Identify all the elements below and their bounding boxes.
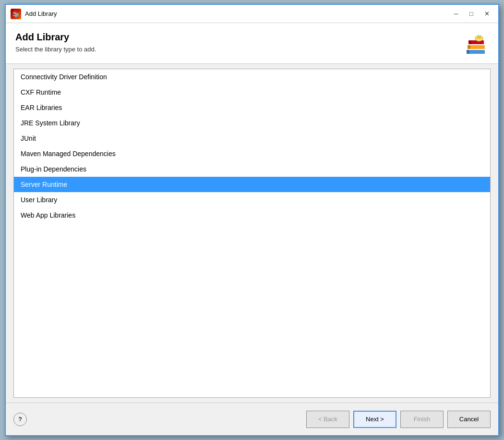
header-title: Add Library xyxy=(15,32,96,43)
header-subtitle: Select the library type to add. xyxy=(15,46,96,53)
dialog-icon: 📚 xyxy=(11,9,21,19)
title-bar-left: 📚 Add Library xyxy=(11,9,57,19)
svg-rect-3 xyxy=(468,45,470,49)
dialog-header: Add Library Select the library type to a… xyxy=(6,23,498,64)
list-item-cxf[interactable]: CXF Runtime xyxy=(14,85,490,100)
maximize-button[interactable]: □ xyxy=(465,8,478,20)
svg-rect-1 xyxy=(467,50,469,54)
close-button[interactable]: ✕ xyxy=(480,8,493,20)
svg-rect-7 xyxy=(477,37,481,38)
library-icon xyxy=(464,32,489,57)
list-item-jre[interactable]: JRE System Library xyxy=(14,115,490,131)
title-bar-controls: ─ □ ✕ xyxy=(449,8,493,20)
list-item-plugin[interactable]: Plug-in Dependencies xyxy=(14,161,490,177)
list-item-server[interactable]: Server Runtime xyxy=(14,177,490,192)
next-button[interactable]: Next > xyxy=(353,411,396,428)
finish-button[interactable]: Finish xyxy=(400,411,444,428)
help-button[interactable]: ? xyxy=(13,413,27,426)
cancel-button[interactable]: Cancel xyxy=(447,411,491,428)
dialog-body: Connectivity Driver DefinitionCXF Runtim… xyxy=(6,64,498,403)
list-item-connectivity[interactable]: Connectivity Driver Definition xyxy=(14,69,490,85)
add-library-dialog: 📚 Add Library ─ □ ✕ Add Library Select t… xyxy=(5,4,499,436)
footer-right: < Back Next > Finish Cancel xyxy=(306,411,491,428)
minimize-button[interactable]: ─ xyxy=(449,8,463,20)
books-icon xyxy=(465,33,488,56)
svg-rect-5 xyxy=(468,40,471,44)
footer-left: ? xyxy=(13,413,27,426)
title-bar: 📚 Add Library ─ □ ✕ xyxy=(6,5,498,23)
list-item-user[interactable]: User Library xyxy=(14,192,490,208)
library-type-list[interactable]: Connectivity Driver DefinitionCXF Runtim… xyxy=(13,69,491,398)
list-item-webapp[interactable]: Web App Libraries xyxy=(14,208,490,223)
dialog-footer: ? < Back Next > Finish Cancel xyxy=(6,403,498,435)
list-item-maven[interactable]: Maven Managed Dependencies xyxy=(14,146,490,161)
list-item-ear[interactable]: EAR Libraries xyxy=(14,100,490,115)
list-item-junit[interactable]: JUnit xyxy=(14,131,490,146)
dialog-title: Add Library xyxy=(25,10,57,17)
header-text: Add Library Select the library type to a… xyxy=(15,32,96,53)
back-button[interactable]: < Back xyxy=(306,411,349,428)
